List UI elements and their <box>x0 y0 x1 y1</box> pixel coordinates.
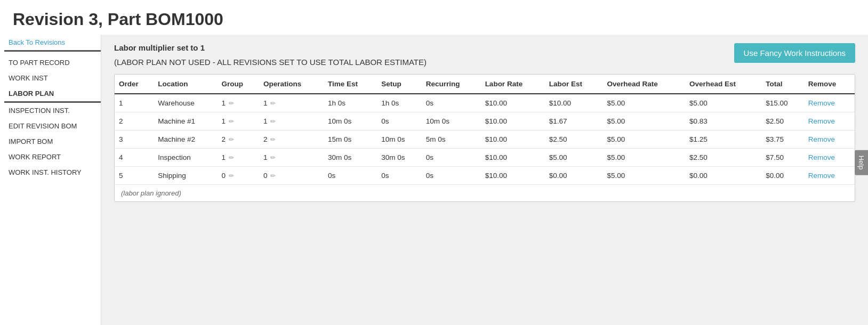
cell-setup: 10m 0s <box>377 131 422 149</box>
sidebar-item-edit-revision-bom[interactable]: EDIT REVISION BOM <box>4 118 101 134</box>
sidebar-item-import-bom[interactable]: IMPORT BOM <box>4 134 101 149</box>
back-to-revisions-link[interactable]: Back To Revisions <box>4 35 101 50</box>
cell-recurring: 0s <box>422 149 481 167</box>
table-row: 3 Machine #2 2 ✏ 2 ✏ 15m 0s 10m 0s 5m 0s… <box>115 131 855 149</box>
edit-operations-icon[interactable]: ✏ <box>270 136 276 143</box>
cell-overhead-rate: $5.00 <box>602 112 685 131</box>
cell-group: 0 ✏ <box>217 167 259 185</box>
cell-location: Inspection <box>154 149 217 167</box>
sidebar-item-inspection-inst[interactable]: INSPECTION INST. <box>4 103 101 118</box>
col-labor-rate: Labor Rate <box>481 75 545 94</box>
cell-location: Shipping <box>154 167 217 185</box>
cell-total: $0.00 <box>761 167 804 185</box>
cell-location: Warehouse <box>154 94 217 112</box>
sidebar-item-to-part-record[interactable]: TO PART RECORD <box>4 55 101 70</box>
table-row: 5 Shipping 0 ✏ 0 ✏ 0s 0s 0s $10.00 $0.00… <box>115 167 855 185</box>
col-time-est: Time Est <box>324 75 377 94</box>
cell-overhead-est: $1.25 <box>685 131 761 149</box>
col-overhead-est: Overhead Est <box>685 75 761 94</box>
col-labor-est: Labor Est <box>545 75 603 94</box>
cell-remove[interactable]: Remove <box>804 94 855 112</box>
remove-link[interactable]: Remove <box>808 153 835 161</box>
cell-remove[interactable]: Remove <box>804 167 855 185</box>
cell-remove[interactable]: Remove <box>804 131 855 149</box>
cell-location: Machine #2 <box>154 131 217 149</box>
cell-overhead-rate: $5.00 <box>602 94 685 112</box>
cell-location: Machine #1 <box>154 112 217 131</box>
edit-group-icon[interactable]: ✏ <box>229 118 234 125</box>
cell-total: $7.50 <box>761 149 804 167</box>
col-overhead-rate: Overhead Rate <box>602 75 685 94</box>
footer-note: (labor plan ignored) <box>115 185 855 202</box>
labor-plan-table-wrap: Order Location Group Operations Time Est… <box>114 74 855 202</box>
cell-overhead-rate: $5.00 <box>602 131 685 149</box>
cell-overhead-est: $0.83 <box>685 112 761 131</box>
cell-setup: 0s <box>377 167 422 185</box>
cell-labor-est: $0.00 <box>545 167 603 185</box>
cell-group: 1 ✏ <box>217 112 259 131</box>
cell-operations: 1 ✏ <box>259 149 324 167</box>
edit-operations-icon[interactable]: ✏ <box>270 118 276 125</box>
cell-recurring: 5m 0s <box>422 131 481 149</box>
cell-labor-est: $1.67 <box>545 112 603 131</box>
cell-order: 4 <box>115 149 154 167</box>
remove-link[interactable]: Remove <box>808 99 835 107</box>
sidebar: Back To Revisions TO PART RECORD WORK IN… <box>0 35 101 325</box>
cell-overhead-est: $0.00 <box>685 167 761 185</box>
cell-operations: 0 ✏ <box>259 167 324 185</box>
labor-plan-table: Order Location Group Operations Time Est… <box>115 75 855 201</box>
cell-overhead-est: $5.00 <box>685 94 761 112</box>
cell-remove[interactable]: Remove <box>804 112 855 131</box>
edit-group-icon[interactable]: ✏ <box>229 136 234 143</box>
cell-operations: 2 ✏ <box>259 131 324 149</box>
cell-operations: 1 ✏ <box>259 112 324 131</box>
edit-operations-icon[interactable]: ✏ <box>270 100 276 107</box>
sidebar-item-labor-plan[interactable]: LABOR PLAN <box>4 86 101 103</box>
cell-time-est: 1h 0s <box>324 94 377 112</box>
use-fancy-work-instructions-button[interactable]: Use Fancy Work Instructions <box>734 43 855 63</box>
cell-recurring: 0s <box>422 167 481 185</box>
sidebar-item-work-inst-history[interactable]: WORK INST. HISTORY <box>4 165 101 180</box>
cell-time-est: 10m 0s <box>324 112 377 131</box>
col-remove: Remove <box>804 75 855 94</box>
cell-labor-est: $5.00 <box>545 149 603 167</box>
cell-labor-est: $10.00 <box>545 94 603 112</box>
cell-setup: 1h 0s <box>377 94 422 112</box>
table-row: 2 Machine #1 1 ✏ 1 ✏ 10m 0s 0s 10m 0s $1… <box>115 112 855 131</box>
remove-link[interactable]: Remove <box>808 135 835 143</box>
cell-recurring: 10m 0s <box>422 112 481 131</box>
cell-overhead-rate: $5.00 <box>602 149 685 167</box>
cell-group: 2 ✏ <box>217 131 259 149</box>
cell-remove[interactable]: Remove <box>804 149 855 167</box>
cell-labor-est: $2.50 <box>545 131 603 149</box>
page-title: Revision 3, Part BOM1000 <box>0 0 868 35</box>
cell-order: 2 <box>115 112 154 131</box>
col-location: Location <box>154 75 217 94</box>
cell-setup: 30m 0s <box>377 149 422 167</box>
cell-time-est: 0s <box>324 167 377 185</box>
remove-link[interactable]: Remove <box>808 172 835 180</box>
edit-group-icon[interactable]: ✏ <box>229 154 234 161</box>
sidebar-item-work-inst[interactable]: WORK INST <box>4 70 101 86</box>
col-setup: Setup <box>377 75 422 94</box>
cell-total: $2.50 <box>761 112 804 131</box>
table-row: 4 Inspection 1 ✏ 1 ✏ 30m 0s 30m 0s 0s $1… <box>115 149 855 167</box>
col-group: Group <box>217 75 259 94</box>
remove-link[interactable]: Remove <box>808 117 835 125</box>
cell-order: 1 <box>115 94 154 112</box>
cell-labor-rate: $10.00 <box>481 94 545 112</box>
cell-order: 3 <box>115 131 154 149</box>
cell-overhead-est: $2.50 <box>685 149 761 167</box>
cell-group: 1 ✏ <box>217 94 259 112</box>
cell-setup: 0s <box>377 112 422 131</box>
help-tab[interactable]: Help <box>855 150 868 175</box>
cell-operations: 1 ✏ <box>259 94 324 112</box>
edit-operations-icon[interactable]: ✏ <box>270 172 276 180</box>
sidebar-item-work-report[interactable]: WORK REPORT <box>4 149 101 165</box>
cell-labor-rate: $10.00 <box>481 167 545 185</box>
cell-labor-rate: $10.00 <box>481 131 545 149</box>
cell-total: $3.75 <box>761 131 804 149</box>
edit-group-icon[interactable]: ✏ <box>229 172 234 180</box>
edit-operations-icon[interactable]: ✏ <box>270 154 276 161</box>
edit-group-icon[interactable]: ✏ <box>229 100 234 107</box>
